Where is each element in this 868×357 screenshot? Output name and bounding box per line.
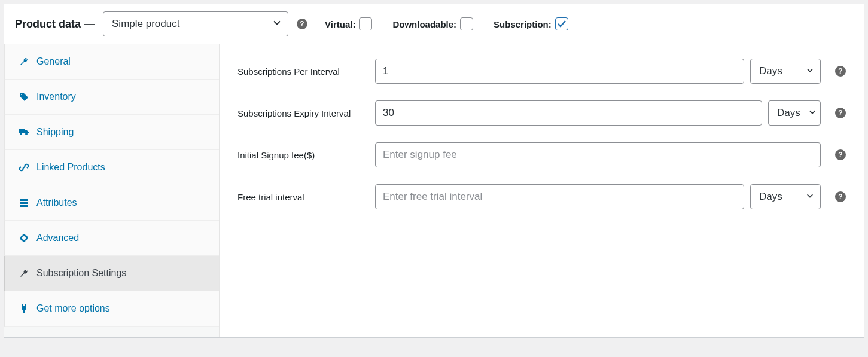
- divider: [316, 17, 316, 30]
- plug-icon: [19, 303, 29, 314]
- panel-title: Product data —: [15, 18, 95, 30]
- sidebar-item-label: Shipping: [36, 127, 74, 138]
- label-per-interval: Subscriptions Per Interval: [237, 66, 369, 77]
- sidebar-item-general[interactable]: General: [4, 44, 219, 80]
- help-icon[interactable]: ?: [835, 191, 846, 202]
- downloadable-checkbox[interactable]: [460, 17, 473, 30]
- label-signup-fee: Initial Signup fee($): [237, 150, 369, 160]
- chevron-down-icon: [808, 107, 817, 119]
- product-type-value: Simple product: [112, 18, 179, 30]
- sidebar-item-advanced[interactable]: Advanced: [4, 221, 219, 256]
- label-free-trial: Free trial interval: [237, 192, 369, 202]
- sidebar-item-get-more-options[interactable]: Get more options: [4, 291, 219, 327]
- sidebar-item-attributes[interactable]: Attributes: [4, 185, 219, 221]
- subscription-checkbox[interactable]: [555, 17, 568, 30]
- help-icon[interactable]: ?: [835, 108, 846, 118]
- sidebar-item-subscription-settings[interactable]: Subscription Settings: [4, 256, 219, 291]
- input-free-trial[interactable]: [375, 184, 744, 209]
- label-expiry-interval: Subscriptions Expiry Interval: [237, 108, 369, 118]
- select-value: Days: [777, 107, 800, 119]
- row-initial-signup-fee: Initial Signup fee($) ?: [237, 142, 846, 167]
- link-icon: [19, 162, 29, 173]
- help-icon[interactable]: ?: [835, 66, 846, 77]
- input-expiry-interval[interactable]: [375, 100, 762, 126]
- select-per-interval-unit[interactable]: Days: [750, 59, 821, 84]
- downloadable-label: Downloadable:: [392, 19, 456, 29]
- row-free-trial-interval: Free trial interval Days ?: [237, 184, 846, 209]
- row-subscriptions-per-interval: Subscriptions Per Interval Days ?: [237, 59, 846, 84]
- sidebar-item-label: Linked Products: [36, 162, 105, 173]
- list-icon: [19, 197, 29, 208]
- sidebar-item-label: Subscription Settings: [36, 268, 126, 279]
- panel-body: General Inventory Shipping Linked Produc…: [4, 44, 864, 337]
- downloadable-option: Downloadable:: [392, 17, 473, 30]
- chevron-down-icon: [806, 191, 814, 203]
- product-data-panel: Product data — Simple product ? Virtual:…: [4, 4, 864, 338]
- select-free-trial-unit[interactable]: Days: [750, 184, 821, 209]
- virtual-checkbox[interactable]: [359, 17, 372, 30]
- subscription-option: Subscription:: [494, 17, 568, 30]
- chevron-down-icon: [806, 65, 814, 77]
- gear-icon: [19, 233, 29, 243]
- product-type-select[interactable]: Simple product: [103, 11, 288, 36]
- help-icon[interactable]: ?: [835, 149, 846, 160]
- sidebar-item-inventory[interactable]: Inventory: [4, 80, 219, 115]
- wrench-icon: [19, 56, 29, 67]
- tag-icon: [19, 91, 29, 102]
- chevron-down-icon: [272, 18, 282, 30]
- wrench-icon: [19, 268, 29, 279]
- input-signup-fee[interactable]: [375, 142, 821, 167]
- sidebar-item-label: Attributes: [36, 197, 77, 208]
- sidebar-item-label: General: [36, 56, 71, 67]
- sidebar-item-shipping[interactable]: Shipping: [4, 115, 219, 150]
- subscription-label: Subscription:: [494, 19, 552, 29]
- select-value: Days: [759, 191, 782, 203]
- panel-header: Product data — Simple product ? Virtual:…: [4, 4, 864, 44]
- row-subscriptions-expiry-interval: Subscriptions Expiry Interval Days ?: [237, 100, 846, 126]
- sidebar-item-label: Advanced: [36, 233, 79, 243]
- settings-content: Subscriptions Per Interval Days ? Subscr…: [220, 44, 864, 337]
- select-expiry-interval-unit[interactable]: Days: [768, 100, 821, 126]
- input-per-interval[interactable]: [375, 59, 744, 84]
- sidebar-item-label: Get more options: [36, 303, 110, 314]
- select-value: Days: [759, 65, 782, 77]
- sidebar-item-linked-products[interactable]: Linked Products: [4, 150, 219, 185]
- sidebar: General Inventory Shipping Linked Produc…: [4, 44, 220, 337]
- virtual-option: Virtual:: [325, 17, 372, 30]
- virtual-label: Virtual:: [325, 19, 355, 29]
- help-icon[interactable]: ?: [297, 19, 307, 29]
- truck-icon: [19, 127, 29, 138]
- sidebar-item-label: Inventory: [36, 91, 76, 102]
